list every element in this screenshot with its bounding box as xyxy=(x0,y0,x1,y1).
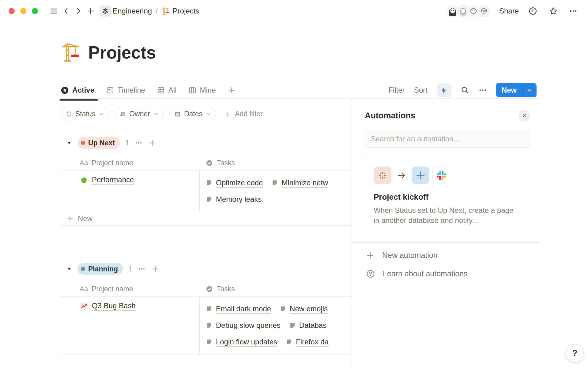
chart-increasing-icon xyxy=(80,302,88,310)
owner-filter-chip[interactable]: Owner xyxy=(115,107,164,121)
task-line: Debug slow queries Databas xyxy=(206,317,352,334)
ellipsis-icon xyxy=(138,265,146,273)
column-header-project-name[interactable]: Aa Project name xyxy=(61,285,199,293)
chevron-down-icon xyxy=(153,111,159,117)
triangle-down-icon xyxy=(66,140,72,146)
tab-timeline[interactable]: Timeline xyxy=(106,86,145,94)
task-link[interactable]: Firefox da xyxy=(286,338,329,346)
status-filter-chip[interactable]: Status xyxy=(61,107,109,121)
filter-chip-label: Owner xyxy=(129,110,150,118)
close-window-button[interactable] xyxy=(9,8,15,14)
automation-search-input[interactable] xyxy=(365,130,530,148)
new-split-button: New xyxy=(496,83,537,97)
automation-card[interactable]: Project kickoff When Status set to Up Ne… xyxy=(365,157,530,234)
new-button[interactable]: New xyxy=(496,83,522,97)
dates-filter-chip[interactable]: Dates xyxy=(169,107,216,121)
new-automation-button[interactable]: New automation xyxy=(365,248,438,263)
table-planning: Aa Project name Tasks Q3 Bug Bash xyxy=(61,282,352,355)
breadcrumb-page[interactable]: Projects xyxy=(161,7,199,15)
sort-button[interactable]: Sort xyxy=(414,86,428,94)
ellipsis-icon xyxy=(569,7,578,15)
group-more-button[interactable] xyxy=(135,139,143,147)
project-link[interactable]: Q3 Bug Bash xyxy=(92,301,136,310)
group-badge-planning[interactable]: Planning xyxy=(77,263,123,275)
status-burst-icon xyxy=(65,110,72,117)
task-link[interactable]: Email dark mode xyxy=(206,305,271,313)
minimize-window-button[interactable] xyxy=(20,8,26,14)
avatar[interactable] xyxy=(477,4,491,18)
group-more-button[interactable] xyxy=(138,265,146,273)
arrow-right-icon xyxy=(397,171,406,180)
status-dot xyxy=(81,267,85,271)
add-filter-button[interactable]: Add filter xyxy=(224,110,263,118)
page-icon xyxy=(286,339,292,345)
share-button[interactable]: Share xyxy=(499,7,519,15)
learn-about-automations-button[interactable]: Learn about automations xyxy=(365,266,468,282)
clock-icon xyxy=(528,6,537,16)
filter-row: Status Owner Dates Add filter xyxy=(61,107,352,121)
task-label: Firefox da xyxy=(296,338,329,346)
tab-mine[interactable]: Mine xyxy=(188,86,216,94)
task-line: Memory leaks xyxy=(206,191,352,208)
sidebar-toggle-button[interactable] xyxy=(48,5,60,17)
project-link[interactable]: Performance xyxy=(92,175,134,184)
breadcrumb-page-label: Projects xyxy=(173,7,199,15)
status-trigger-tile xyxy=(374,167,391,184)
plus-icon xyxy=(148,139,156,147)
new-page-button[interactable] xyxy=(85,5,97,17)
task-link[interactable]: Memory leaks xyxy=(206,195,262,204)
view-tabstrip: Active Timeline All Mine Filter Sort xyxy=(61,82,537,99)
text-property-icon: Aa xyxy=(80,159,88,167)
back-button[interactable] xyxy=(60,5,72,17)
task-label: Login flow updates xyxy=(216,338,277,346)
status-burst-icon xyxy=(378,171,387,180)
group-badge-up-next[interactable]: Up Next xyxy=(77,137,120,149)
task-link[interactable]: New emojis xyxy=(280,305,328,313)
more-button[interactable] xyxy=(567,5,579,17)
new-dropdown-button[interactable] xyxy=(522,83,537,97)
forward-button[interactable] xyxy=(72,5,85,17)
group-add-row-button[interactable] xyxy=(151,265,160,273)
page-icon xyxy=(206,339,213,345)
chevron-down-icon xyxy=(205,111,212,117)
column-header-tasks[interactable]: Tasks xyxy=(199,159,352,167)
layers-icon xyxy=(102,7,109,15)
column-header-project-name[interactable]: Aa Project name xyxy=(61,159,199,167)
tab-label: Timeline xyxy=(118,86,145,94)
task-link[interactable]: Databas xyxy=(289,321,326,330)
add-view-button[interactable] xyxy=(228,86,236,94)
column-header-tasks[interactable]: Tasks xyxy=(199,285,352,293)
task-link[interactable]: Minimize netw xyxy=(271,178,328,187)
tab-active[interactable]: Active xyxy=(61,86,94,94)
close-panel-button[interactable] xyxy=(518,110,530,121)
task-link[interactable]: Debug slow queries xyxy=(206,321,281,330)
tab-all[interactable]: All xyxy=(157,86,177,94)
collapse-group-button[interactable] xyxy=(66,266,72,272)
view-more-button[interactable] xyxy=(478,86,487,94)
filter-button[interactable]: Filter xyxy=(388,86,405,94)
database-board: Status Owner Dates Add filter xyxy=(61,99,352,368)
plus-icon xyxy=(86,7,95,15)
task-link[interactable]: Optimize code xyxy=(206,178,263,187)
task-line: Optimize code Minimize netw xyxy=(206,174,352,191)
new-automation-label: New automation xyxy=(382,251,438,260)
fullscreen-window-button[interactable] xyxy=(32,8,38,14)
automations-toggle-button[interactable] xyxy=(437,83,451,97)
task-link[interactable]: Login flow updates xyxy=(206,338,277,346)
page-icon xyxy=(206,322,213,329)
help-button[interactable]: ? xyxy=(566,344,584,362)
new-row-button[interactable]: New xyxy=(61,212,352,226)
automations-panel-header: Automations xyxy=(365,110,530,121)
teamspace-icon[interactable] xyxy=(100,6,111,17)
group-add-row-button[interactable] xyxy=(148,139,156,147)
page-icon xyxy=(289,322,296,329)
view-controls: Filter Sort New xyxy=(388,83,537,97)
breadcrumb-workspace[interactable]: Engineering xyxy=(113,7,152,15)
column-header-label: Tasks xyxy=(217,285,235,293)
updates-button[interactable] xyxy=(527,5,539,17)
collaborator-avatars xyxy=(446,4,491,18)
task-line: Login flow updates Firefox da xyxy=(206,334,352,350)
collapse-group-button[interactable] xyxy=(66,140,72,146)
favorite-button[interactable] xyxy=(547,5,559,17)
search-view-button[interactable] xyxy=(461,86,469,94)
